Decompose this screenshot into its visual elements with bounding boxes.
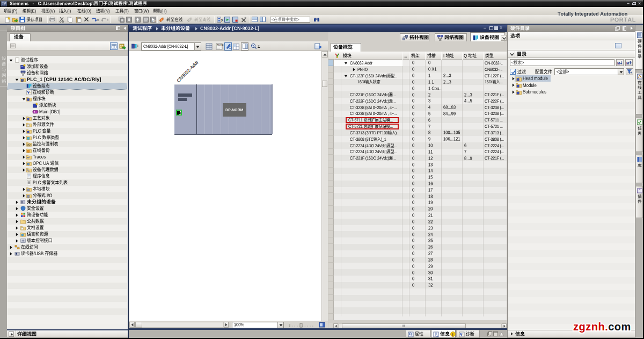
svg-text:BNHE: BNHE [217,44,224,47]
svg-text:?: ? [221,19,223,23]
svg-text:M: M [626,61,629,64]
svg-text:i: i [452,332,453,337]
svg-text:M: M [617,61,620,64]
svg-text:RT: RT [153,20,156,23]
